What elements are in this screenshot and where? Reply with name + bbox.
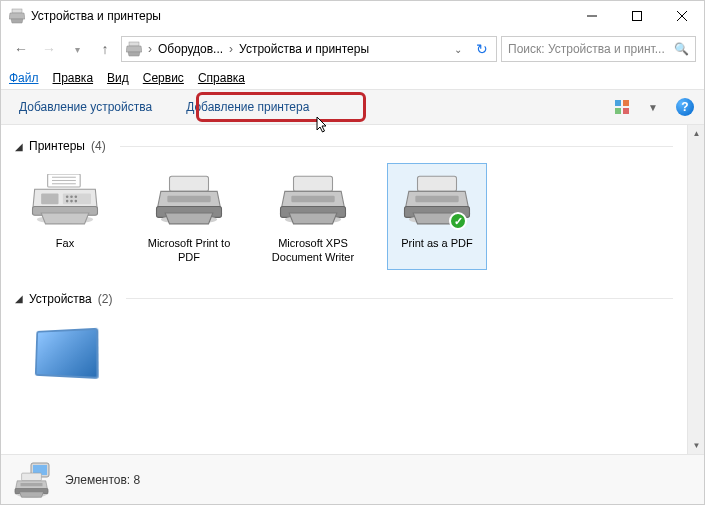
- menu-tools[interactable]: Сервис: [143, 71, 184, 85]
- search-placeholder: Поиск: Устройства и принт...: [508, 42, 665, 56]
- up-button[interactable]: ↑: [93, 37, 117, 61]
- device-label: Microsoft XPS Document Writer: [268, 236, 358, 265]
- back-button[interactable]: ←: [9, 37, 33, 61]
- navbar: ← → ▾ ↑ › Оборудов... › Устройства и при…: [1, 31, 704, 67]
- toolbar: Добавление устройства Добавление принтер…: [1, 89, 704, 125]
- menu-view[interactable]: Вид: [107, 71, 129, 85]
- search-icon: 🔍: [674, 42, 689, 56]
- add-device-button[interactable]: Добавление устройства: [11, 96, 160, 118]
- svg-rect-23: [615, 100, 621, 106]
- vertical-scrollbar[interactable]: ▲ ▼: [687, 125, 704, 454]
- printer-icon: [273, 168, 353, 232]
- statusbar: Элементов: 8: [1, 454, 704, 504]
- breadcrumb-parent[interactable]: Оборудов...: [158, 42, 223, 56]
- address-bar[interactable]: › Оборудов... › Устройства и принтеры ⌄ …: [121, 36, 497, 62]
- breadcrumb-current[interactable]: Устройства и принтеры: [239, 42, 369, 56]
- group-devices-title: Устройства: [29, 292, 92, 306]
- minimize-button[interactable]: [569, 1, 614, 31]
- search-input[interactable]: Поиск: Устройства и принт... 🔍: [501, 36, 696, 62]
- status-count: 8: [134, 473, 141, 487]
- device-ms-xps[interactable]: Microsoft XPS Document Writer: [263, 163, 363, 270]
- device-fax[interactable]: Fax: [15, 163, 115, 270]
- menu-file[interactable]: Файл: [9, 71, 39, 85]
- refresh-button[interactable]: ↻: [472, 41, 492, 57]
- device-ms-print-pdf[interactable]: Microsoft Print to PDF: [139, 163, 239, 270]
- titlebar: Устройства и принтеры: [1, 1, 704, 31]
- close-button[interactable]: [659, 1, 704, 31]
- collapse-icon: ◢: [15, 293, 23, 304]
- status-label: Элементов:: [65, 473, 130, 487]
- maximize-button[interactable]: [614, 1, 659, 31]
- recent-dropdown[interactable]: ▾: [65, 37, 89, 61]
- scroll-down-arrow[interactable]: ▼: [688, 437, 704, 454]
- svg-rect-24: [623, 100, 629, 106]
- view-dropdown[interactable]: ▼: [648, 102, 658, 113]
- window: Устройства и принтеры ← → ▾ ↑ › Оборудов…: [0, 0, 705, 505]
- help-button[interactable]: ?: [676, 98, 694, 116]
- device-label: Fax: [20, 236, 110, 250]
- app-icon: [9, 8, 25, 24]
- menu-edit[interactable]: Правка: [53, 71, 94, 85]
- svg-rect-26: [623, 108, 629, 114]
- collapse-icon: ◢: [15, 141, 23, 152]
- device-monitor[interactable]: [15, 316, 115, 394]
- view-options-button[interactable]: [614, 99, 630, 115]
- breadcrumb-sep: ›: [229, 42, 233, 56]
- group-devices-header[interactable]: ◢ Устройства (2): [15, 292, 673, 306]
- svg-rect-20: [632, 12, 641, 21]
- scroll-up-arrow[interactable]: ▲: [688, 125, 704, 142]
- printer-icon: ✓: [397, 168, 477, 232]
- content-area: ◢ Принтеры (4) Fax Microsoft Print to PD…: [1, 125, 687, 454]
- svg-rect-25: [615, 108, 621, 114]
- breadcrumb-sep: ›: [148, 42, 152, 56]
- address-dropdown[interactable]: ⌄: [450, 44, 466, 55]
- default-check-icon: ✓: [449, 212, 467, 230]
- monitor-icon: [25, 321, 105, 385]
- group-printers-header[interactable]: ◢ Принтеры (4): [15, 139, 673, 153]
- device-label: Print as a PDF: [392, 236, 482, 250]
- group-devices-count: (2): [98, 292, 113, 306]
- group-printers-title: Принтеры: [29, 139, 85, 153]
- status-thumb-icon: [13, 460, 53, 500]
- add-printer-button[interactable]: Добавление принтера: [178, 96, 317, 118]
- forward-button[interactable]: →: [37, 37, 61, 61]
- fax-icon: [25, 168, 105, 232]
- window-title: Устройства и принтеры: [31, 9, 569, 23]
- group-printers-count: (4): [91, 139, 106, 153]
- printer-icon: [149, 168, 229, 232]
- device-print-as-pdf[interactable]: ✓ Print as a PDF: [387, 163, 487, 270]
- menu-help[interactable]: Справка: [198, 71, 245, 85]
- menubar: Файл Правка Вид Сервис Справка: [1, 67, 704, 89]
- device-label: Microsoft Print to PDF: [144, 236, 234, 265]
- address-icon: [126, 41, 142, 57]
